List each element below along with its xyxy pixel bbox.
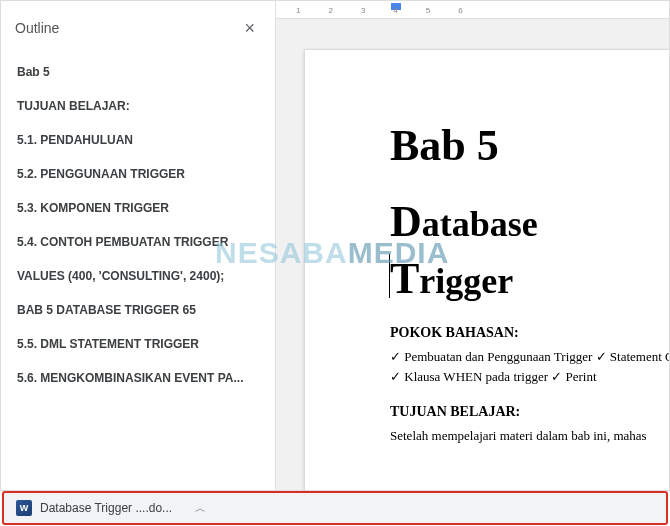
outline-item[interactable]: TUJUAN BELAJAR: [9, 89, 267, 123]
outline-item[interactable]: VALUES (400, 'CONSULTING', 2400); [9, 259, 267, 293]
taskbar-highlight: W Database Trigger ....do... ︿ [2, 491, 668, 525]
outline-item[interactable]: 5.3. KOMPONEN TRIGGER [9, 191, 267, 225]
doc-paragraph: ✓ Pembuatan dan Penggunaan Trigger ✓ Sta… [390, 347, 669, 386]
ruler-mark: 5 [426, 6, 430, 15]
outline-item[interactable]: BAB 5 DATABASE TRIGGER 65 [9, 293, 267, 327]
taskbar-file-item[interactable]: W Database Trigger ....do... ︿ [6, 496, 216, 520]
taskbar-filename: Database Trigger ....do... [40, 501, 172, 515]
document-page[interactable]: Bab 5 Database Trigger POKOK BAHASAN: ✓ … [304, 49, 669, 490]
text-cursor-icon [389, 254, 390, 298]
outline-item[interactable]: 5.4. CONTOH PEMBUATAN TRIGGER [9, 225, 267, 259]
ruler-mark: 6 [458, 6, 462, 15]
ruler-mark: 1 [296, 6, 300, 15]
document-area: 1 2 3 4 5 6 Bab 5 Database Trigger POKOK… [276, 1, 669, 490]
chevron-up-icon[interactable]: ︿ [195, 501, 206, 516]
outline-title: Outline [15, 20, 59, 36]
ruler-mark: 2 [328, 6, 332, 15]
document-scroll[interactable]: Bab 5 Database Trigger POKOK BAHASAN: ✓ … [276, 19, 669, 490]
doc-heading-2-line2: Trigger [390, 250, 669, 307]
outline-item[interactable]: 5.6. MENGKOMBINASIKAN EVENT PA... [9, 361, 267, 395]
horizontal-ruler[interactable]: 1 2 3 4 5 6 [276, 1, 669, 19]
ruler-mark: 3 [361, 6, 365, 15]
outline-item[interactable]: Bab 5 [9, 55, 267, 89]
doc-paragraph: Setelah mempelajari materi dalam bab ini… [390, 426, 669, 446]
doc-section-title: POKOK BAHASAN: [390, 325, 669, 341]
outline-item[interactable]: 5.1. PENDAHULUAN [9, 123, 267, 157]
outline-sidebar: Outline × Bab 5 TUJUAN BELAJAR: 5.1. PEN… [1, 1, 276, 490]
outline-list: Bab 5 TUJUAN BELAJAR: 5.1. PENDAHULUAN 5… [1, 55, 275, 490]
outline-item[interactable]: 5.5. DML STATEMENT TRIGGER [9, 327, 267, 361]
doc-heading-1: Bab 5 [390, 120, 669, 171]
doc-heading-2-line1: Database [390, 193, 669, 250]
ruler-mark: 4 [393, 6, 397, 15]
outline-item[interactable]: 5.2. PENGGUNAAN TRIGGER [9, 157, 267, 191]
doc-section-title: TUJUAN BELAJAR: [390, 404, 669, 420]
word-doc-icon: W [16, 500, 32, 516]
close-icon[interactable]: × [238, 15, 261, 41]
